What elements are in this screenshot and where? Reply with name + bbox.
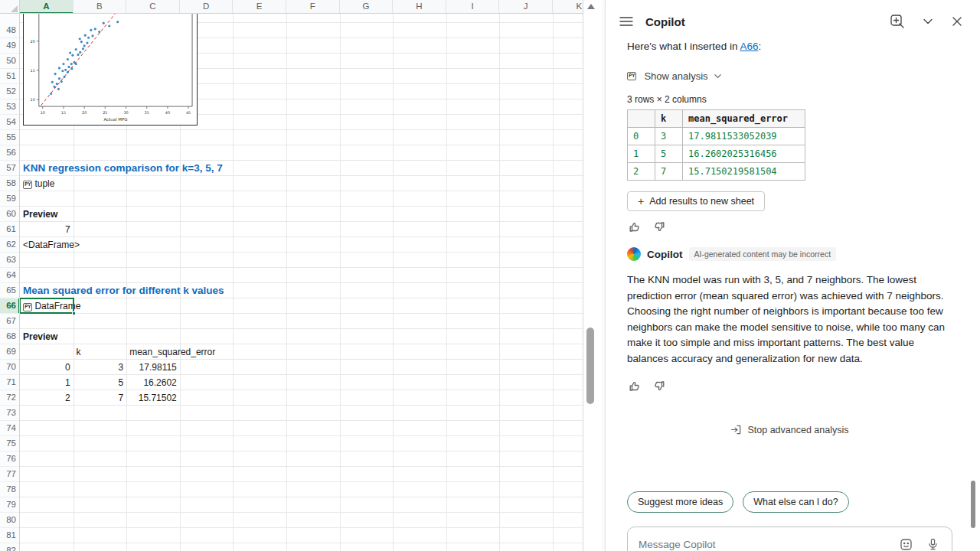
- thumbs-up-icon: [629, 380, 640, 392]
- show-analysis-toggle[interactable]: PY Show analysis: [627, 70, 722, 82]
- row-header-53[interactable]: 53: [0, 99, 20, 115]
- row-header-79[interactable]: 79: [0, 497, 20, 513]
- row-header-50[interactable]: 50: [0, 54, 20, 69]
- suggestion-pill-1[interactable]: What else can I do?: [743, 491, 848, 513]
- row-header-63[interactable]: 63: [0, 253, 20, 268]
- cell-A70[interactable]: 0: [20, 360, 70, 375]
- collapse-panel-button[interactable]: [920, 14, 936, 29]
- sheet-scrollbar-thumb[interactable]: [586, 328, 594, 404]
- dictate-button[interactable]: [925, 536, 941, 551]
- row-header-66[interactable]: 66: [0, 298, 20, 314]
- cell-C70[interactable]: 17.98115: [126, 360, 177, 375]
- scatter-chart[interactable]: 1015202530354045101520Actual MPG: [23, 14, 198, 126]
- cell-A57[interactable]: KNN regression comparison for k=3, 5, 7: [23, 161, 223, 176]
- result-cell: 5: [655, 145, 683, 163]
- row-header-54[interactable]: 54: [0, 115, 20, 130]
- row-header-76[interactable]: 76: [0, 452, 20, 467]
- copilot-message-input[interactable]: [639, 539, 887, 550]
- cell-B71[interactable]: 5: [74, 375, 124, 390]
- column-header-K[interactable]: K: [553, 0, 583, 14]
- row-header-48[interactable]: 48: [0, 23, 20, 38]
- cell-A62[interactable]: <DataFrame>: [23, 237, 80, 253]
- result-cell: 15.7150219581504: [683, 163, 805, 181]
- column-header-E[interactable]: E: [233, 0, 286, 14]
- sheet-grid[interactable]: 1015202530354045101520Actual MPG KNN reg…: [20, 14, 583, 551]
- row-header-82[interactable]: 82: [0, 543, 20, 551]
- thumbs-down-icon: [654, 221, 665, 233]
- column-header-J[interactable]: J: [499, 0, 553, 14]
- svg-text:20: 20: [31, 39, 35, 44]
- fill-handle[interactable]: [72, 311, 76, 315]
- cell-C69[interactable]: mean_squared_error: [129, 344, 215, 360]
- cell-B70[interactable]: 3: [74, 360, 124, 375]
- close-panel-button[interactable]: [949, 14, 965, 29]
- row-header-52[interactable]: 52: [0, 84, 20, 99]
- sheet-scrollbar[interactable]: [585, 0, 596, 551]
- svg-text:15: 15: [61, 110, 66, 115]
- row-header-71[interactable]: 71: [0, 375, 20, 390]
- cell-C71[interactable]: 16.2602: [126, 375, 177, 390]
- prompt-gallery-button[interactable]: [898, 536, 914, 551]
- row-header-56[interactable]: 56: [0, 145, 20, 161]
- thumbs-down-button[interactable]: [652, 220, 667, 234]
- cell-A61[interactable]: 7: [20, 222, 70, 237]
- cell-A60[interactable]: Preview: [23, 207, 57, 222]
- column-header-C[interactable]: C: [126, 0, 180, 14]
- cell-B72[interactable]: 7: [74, 390, 124, 406]
- row-header-69[interactable]: 69: [0, 344, 20, 360]
- row-header-77[interactable]: 77: [0, 467, 20, 482]
- thumbs-up-button[interactable]: [627, 379, 642, 393]
- cell-A71[interactable]: 1: [20, 375, 70, 390]
- cell-A68[interactable]: Preview: [23, 329, 57, 344]
- result-row: 2715.7150219581504: [628, 163, 805, 181]
- row-header-61[interactable]: 61: [0, 222, 20, 237]
- message-input-box[interactable]: [627, 527, 952, 551]
- thumbs-up-button[interactable]: [627, 220, 642, 234]
- column-header-H[interactable]: H: [393, 0, 446, 14]
- add-results-button[interactable]: + Add results to new sheet: [627, 191, 765, 211]
- row-header-72[interactable]: 72: [0, 390, 20, 406]
- row-header-51[interactable]: 51: [0, 69, 20, 84]
- row-header-62[interactable]: 62: [0, 237, 20, 253]
- close-icon: [951, 15, 963, 28]
- cell-A65[interactable]: Mean squared error for different k value…: [23, 283, 224, 298]
- row-header-70[interactable]: 70: [0, 360, 20, 375]
- hamburger-icon: [619, 16, 633, 27]
- row-header-55[interactable]: 55: [0, 130, 20, 145]
- row-header-57[interactable]: 57: [0, 161, 20, 176]
- stop-analysis-icon: [730, 424, 742, 435]
- column-header-A[interactable]: A: [20, 0, 74, 14]
- row-header-49[interactable]: 49: [0, 38, 20, 54]
- copilot-header-actions: [888, 12, 965, 31]
- row-header-67[interactable]: 67: [0, 314, 20, 329]
- row-header-60[interactable]: 60: [0, 207, 20, 222]
- row-header-74[interactable]: 74: [0, 421, 20, 436]
- column-header-G[interactable]: G: [340, 0, 394, 14]
- cell-C72[interactable]: 15.71502: [126, 390, 177, 406]
- column-header-D[interactable]: D: [180, 0, 234, 14]
- cell-B69[interactable]: k: [77, 344, 81, 360]
- cell-A72[interactable]: 2: [20, 390, 70, 406]
- row-header-59[interactable]: 59: [0, 191, 20, 207]
- menu-button[interactable]: [618, 15, 635, 28]
- row-header-78[interactable]: 78: [0, 482, 20, 497]
- cell-A58[interactable]: PYtuple: [23, 176, 54, 191]
- suggestion-pill-0[interactable]: Suggest more ideas: [627, 491, 733, 513]
- column-header-B[interactable]: B: [74, 0, 127, 14]
- row-header-75[interactable]: 75: [0, 436, 20, 452]
- new-chat-button[interactable]: [888, 12, 906, 31]
- row-header-68[interactable]: 68: [0, 329, 20, 344]
- row-header-81[interactable]: 81: [0, 528, 20, 543]
- panel-scrollbar-thumb[interactable]: [971, 481, 975, 528]
- scroll-up-arrow[interactable]: [587, 4, 595, 9]
- thumbs-down-button[interactable]: [652, 379, 667, 393]
- row-header-64[interactable]: 64: [0, 268, 20, 283]
- row-header-65[interactable]: 65: [0, 283, 20, 298]
- column-header-F[interactable]: F: [286, 0, 340, 14]
- row-header-80[interactable]: 80: [0, 513, 20, 528]
- row-header-58[interactable]: 58: [0, 176, 20, 191]
- row-header-73[interactable]: 73: [0, 406, 20, 421]
- column-header-I[interactable]: I: [446, 0, 500, 14]
- stop-analysis-button[interactable]: Stop advanced analysis: [730, 424, 848, 435]
- select-all-corner[interactable]: [0, 0, 20, 14]
